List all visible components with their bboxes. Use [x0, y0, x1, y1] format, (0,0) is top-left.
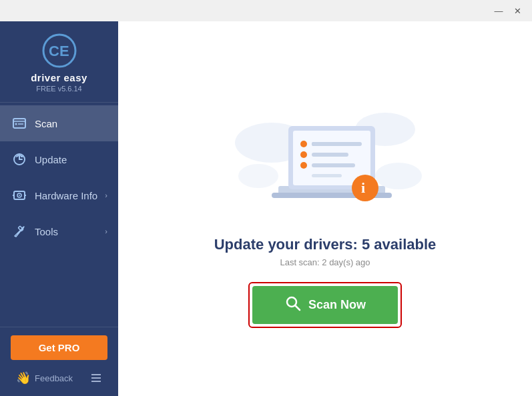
svg-point-19 [375, 163, 422, 189]
logo-area: CE driver easy FREE v5.6.14 [0, 21, 118, 103]
tools-chevron-icon: › [105, 227, 107, 235]
svg-point-27 [300, 162, 307, 169]
sidebar-footer: Get PRO 👋 Feedback [0, 327, 118, 396]
sidebar-item-scan-label: Scan [35, 118, 107, 129]
hardware-icon [11, 187, 28, 204]
main-subtitle: Last scan: 2 day(s) ago [280, 257, 370, 267]
hardware-chevron-icon: › [105, 191, 107, 199]
feedback-item[interactable]: 👋 Feedback [16, 371, 73, 385]
illustration: i [218, 89, 432, 223]
sidebar-item-hardware-info[interactable]: Hardware Info › [0, 177, 118, 213]
svg-point-20 [238, 164, 278, 188]
svg-line-36 [295, 306, 300, 311]
svg-rect-31 [312, 163, 355, 167]
sidebar-item-tools-label: Tools [35, 226, 105, 237]
main-title: Update your drivers: 5 available [214, 236, 437, 253]
sidebar-item-tools[interactable]: Tools › [0, 213, 118, 249]
svg-rect-30 [312, 153, 348, 157]
main-content: i Update your drivers: 5 available Last … [118, 21, 532, 396]
scan-now-label: Scan Now [308, 298, 366, 312]
scan-now-button[interactable]: Scan Now [252, 286, 398, 324]
svg-text:CE: CE [49, 43, 69, 59]
feedback-label: Feedback [35, 373, 73, 383]
sidebar-item-hardware-label: Hardware Info [35, 190, 105, 201]
feedback-icon: 👋 [16, 371, 31, 385]
svg-point-25 [300, 141, 307, 147]
list-icon[interactable] [90, 372, 102, 384]
scan-icon [11, 115, 28, 132]
sidebar-nav: Scan Update [0, 103, 118, 327]
logo-icon: CE [42, 33, 77, 68]
get-pro-button[interactable]: Get PRO [11, 335, 107, 360]
svg-rect-2 [13, 119, 25, 128]
app-container: CE driver easy FREE v5.6.14 Scan [0, 21, 532, 396]
svg-text:i: i [361, 179, 365, 196]
svg-point-26 [300, 151, 307, 158]
minimize-button[interactable]: — [489, 4, 508, 17]
update-icon [11, 151, 28, 168]
svg-point-10 [19, 195, 20, 196]
scan-search-icon [284, 295, 302, 315]
sidebar-item-update[interactable]: Update [0, 141, 118, 177]
svg-rect-13 [18, 226, 23, 231]
tools-icon [11, 223, 28, 240]
titlebar: — ✕ [0, 0, 532, 21]
logo-text: driver easy [31, 72, 87, 83]
sidebar-bottom-icons: 👋 Feedback [11, 368, 107, 388]
sidebar: CE driver easy FREE v5.6.14 Scan [0, 21, 118, 396]
sidebar-item-update-label: Update [35, 154, 107, 165]
logo-version: FREE v5.6.14 [36, 85, 81, 93]
scan-btn-wrapper: Scan Now [248, 282, 402, 328]
sidebar-item-scan[interactable]: Scan [0, 105, 118, 141]
close-button[interactable]: ✕ [508, 4, 527, 17]
laptop-svg: i [218, 89, 432, 223]
svg-point-4 [15, 123, 17, 125]
svg-rect-32 [312, 174, 342, 177]
svg-rect-29 [312, 142, 362, 146]
